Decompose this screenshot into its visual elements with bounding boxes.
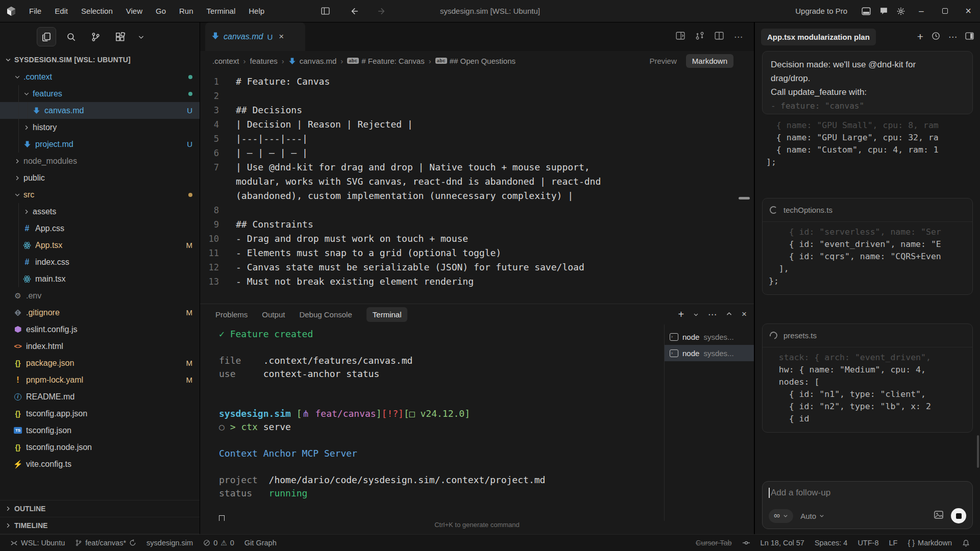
forward-arrow-icon[interactable]	[374, 7, 391, 16]
preview-toggle[interactable]: Preview	[649, 57, 676, 65]
explorer-item--env[interactable]: ⚙.env	[0, 287, 200, 304]
menu-edit[interactable]: Edit	[48, 0, 75, 22]
menu-terminal[interactable]: Terminal	[200, 0, 242, 22]
upgrade-to-pro-button[interactable]: Upgrade to Pro	[795, 7, 847, 15]
agent-mode-pill[interactable]: ∞	[769, 509, 793, 523]
explorer-section-header[interactable]: SYSDESIGN.SIM [WSL: UBUNTU]	[0, 51, 200, 68]
explorer-item-history[interactable]: history	[0, 119, 200, 136]
back-arrow-icon[interactable]	[345, 7, 362, 16]
git-branch-indicator[interactable]: feat/canvas*	[70, 535, 141, 551]
explorer-item--gitignore[interactable]: .gitignoreM	[0, 304, 200, 321]
project-name-indicator[interactable]: sysdesign.sim	[141, 535, 198, 551]
explorer-item-tsconfig-app-json[interactable]: {}tsconfig.app.json	[0, 405, 200, 422]
panel-tab-terminal[interactable]: Terminal	[366, 307, 408, 322]
breadcrumb-item[interactable]: features	[250, 57, 278, 65]
explorer-item-assets[interactable]: assets	[0, 203, 200, 220]
diff-editor-icon[interactable]	[695, 31, 704, 42]
cursor-tab-indicator[interactable]: Cursor Tab	[691, 539, 737, 547]
explorer-icon[interactable]	[37, 27, 56, 46]
more-actions-icon[interactable]: ⋯	[734, 32, 743, 42]
chat-bubble-icon[interactable]	[875, 7, 892, 15]
breadcrumb-item[interactable]: abc# Feature: Canvas	[347, 57, 424, 65]
explorer-item-index-html[interactable]: <>index.html	[0, 338, 200, 355]
menu-run[interactable]: Run	[173, 0, 200, 22]
menu-file[interactable]: File	[22, 0, 48, 22]
settings-gear-icon[interactable]	[892, 7, 910, 16]
close-panel-icon[interactable]: ×	[742, 309, 747, 319]
terminal-session[interactable]: ›nodesysdes...	[665, 329, 754, 345]
markdown-mode-pill[interactable]: Markdown	[686, 54, 733, 68]
explorer-item-app-tsx[interactable]: App.tsxM	[0, 237, 200, 254]
layout-sidebar-icon[interactable]	[316, 7, 334, 15]
explorer-item-package-json[interactable]: {}package.jsonM	[0, 355, 200, 371]
sidebar-section-outline[interactable]: OUTLINE	[0, 500, 200, 517]
scrollbar-thumb[interactable]	[739, 197, 750, 199]
explorer-item-tsconfig-node-json[interactable]: {}tsconfig.node.json	[0, 439, 200, 456]
breadcrumb-item[interactable]: canvas.md	[288, 57, 337, 65]
tool-card-presets[interactable]: presets.ts stack: { arch: "event_driven"…	[762, 323, 973, 433]
panel-tab-debug-console[interactable]: Debug Console	[299, 310, 352, 319]
tab-canvas-md[interactable]: canvas.md U ×	[205, 22, 305, 51]
breadcrumb-item[interactable]: .context	[212, 57, 239, 65]
new-chat-icon[interactable]: +	[917, 31, 923, 43]
source-control-icon[interactable]	[86, 27, 105, 46]
menu-go[interactable]: Go	[149, 0, 173, 22]
chat-tab-title[interactable]: App.tsx modularization plan	[761, 29, 876, 45]
problems-indicator[interactable]: 0 ⚠ 0	[198, 535, 239, 551]
sidebar-section-timeline[interactable]: TIMELINE	[0, 517, 200, 534]
explorer-item-canvas-md[interactable]: canvas.mdU	[0, 102, 200, 119]
language-mode-indicator[interactable]: { } Markdown	[902, 539, 957, 547]
extensions-icon[interactable]	[110, 27, 130, 46]
model-select[interactable]: Auto	[800, 512, 824, 520]
tool-card-techoptions[interactable]: techOptions.ts { id: "serverless", name:…	[762, 198, 973, 295]
split-editor-icon[interactable]	[715, 31, 724, 42]
menu-view[interactable]: View	[119, 0, 149, 22]
explorer-item-project-md[interactable]: project.mdU	[0, 136, 200, 153]
notifications-bell-icon[interactable]	[957, 539, 975, 547]
cursor-position-indicator[interactable]: Ln 18, Col 57	[755, 539, 810, 547]
indentation-indicator[interactable]: Spaces: 4	[810, 539, 853, 547]
attach-image-icon[interactable]	[934, 510, 944, 522]
explorer-item-readme-md[interactable]: iREADME.md	[0, 388, 200, 405]
tab-close-icon[interactable]: ×	[279, 32, 284, 42]
terminal-more-icon[interactable]: ⋯	[708, 309, 717, 320]
search-icon[interactable]	[61, 27, 81, 46]
menu-selection[interactable]: Selection	[75, 0, 119, 22]
explorer-item--context[interactable]: .context	[0, 68, 200, 85]
explorer-item-pnpm-lock-yaml[interactable]: !pnpm-lock.yamlM	[0, 371, 200, 388]
explorer-item-app-css[interactable]: #App.css	[0, 220, 200, 237]
explorer-item-src[interactable]: src	[0, 186, 200, 203]
code-editor[interactable]: 1# Feature: Canvas23## Decisions4| Decis…	[200, 70, 754, 304]
panel-tab-output[interactable]: Output	[262, 310, 285, 319]
chat-more-icon[interactable]: ⋯	[948, 32, 957, 42]
chat-scrollbar-thumb[interactable]	[977, 435, 979, 468]
explorer-item-features[interactable]: features	[0, 85, 200, 102]
panel-toggle-icon[interactable]	[857, 7, 875, 16]
breadcrumb-item[interactable]: abc## Open Questions	[435, 57, 516, 65]
chat-conversation[interactable]: Decision made: we'll use @dnd-kit fordra…	[755, 51, 980, 481]
encoding-indicator[interactable]: UTF-8	[852, 539, 884, 547]
minimize-button[interactable]: –	[910, 0, 933, 22]
screencast-icon[interactable]	[737, 539, 755, 547]
panel-tab-problems[interactable]: Problems	[215, 310, 248, 319]
explorer-item-eslint-config-js[interactable]: eslint.config.js	[0, 321, 200, 338]
menu-help[interactable]: Help	[242, 0, 271, 22]
explorer-item-vite-config-ts[interactable]: ⚡vite.config.ts	[0, 456, 200, 472]
explorer-item-public[interactable]: public	[0, 169, 200, 186]
explorer-item-tsconfig-json[interactable]: TStsconfig.json	[0, 422, 200, 439]
chat-input-box[interactable]: Add a follow-up ∞ Auto	[762, 481, 973, 529]
git-graph-indicator[interactable]: Git Graph	[239, 535, 282, 551]
maximize-button[interactable]	[933, 0, 957, 22]
history-clock-icon[interactable]	[932, 32, 940, 42]
close-button[interactable]: ×	[957, 0, 980, 22]
explorer-item-main-tsx[interactable]: main.tsx	[0, 270, 200, 287]
eol-indicator[interactable]: LF	[884, 539, 902, 547]
terminal-dropdown-icon[interactable]	[693, 310, 699, 319]
stop-generation-button[interactable]	[951, 508, 966, 523]
open-preview-side-icon[interactable]	[676, 31, 685, 42]
terminal-session[interactable]: ›nodesysdes...	[665, 345, 754, 361]
new-terminal-icon[interactable]: +	[678, 309, 684, 320]
explorer-item-node-modules[interactable]: node_modules	[0, 153, 200, 169]
chevron-down-icon[interactable]	[135, 27, 147, 46]
maximize-panel-icon[interactable]	[726, 310, 732, 319]
